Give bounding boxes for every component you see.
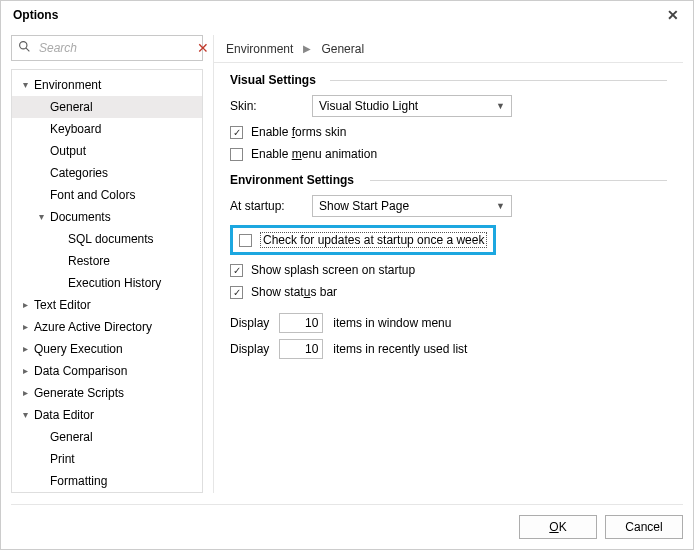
tree-node-de-general[interactable]: ▸General: [12, 426, 202, 448]
skin-dropdown-value: Visual Studio Light: [319, 99, 418, 113]
tree-node-de-print[interactable]: ▸Print: [12, 448, 202, 470]
enable-menu-animation-label: Enable menu animation: [251, 147, 377, 161]
skin-label: Skin:: [230, 99, 302, 113]
close-icon[interactable]: ✕: [663, 7, 683, 23]
chevron-down-icon: ▼: [496, 101, 505, 111]
group-visual-settings: Visual Settings Skin: Visual Studio Ligh…: [230, 73, 667, 161]
enable-forms-skin-checkbox[interactable]: [230, 126, 243, 139]
show-statusbar-checkbox[interactable]: [230, 286, 243, 299]
cancel-button[interactable]: Cancel: [605, 515, 683, 539]
group-environment-settings: Environment Settings At startup: Show St…: [230, 173, 667, 359]
at-startup-value: Show Start Page: [319, 199, 409, 213]
breadcrumb-level1[interactable]: Environment: [226, 42, 293, 56]
display-label-1: Display: [230, 316, 269, 330]
search-box[interactable]: ✕: [11, 35, 203, 61]
enable-menu-animation-checkbox[interactable]: [230, 148, 243, 161]
breadcrumb-level2[interactable]: General: [321, 42, 364, 56]
check-updates-label: Check for updates at startup once a week: [260, 232, 487, 248]
tree-node-aad[interactable]: ▸Azure Active Directory: [12, 316, 202, 338]
tree-node-data-comparison[interactable]: ▸Data Comparison: [12, 360, 202, 382]
check-updates-highlight: Check for updates at startup once a week: [230, 225, 496, 255]
tree-node-text-editor[interactable]: ▸Text Editor: [12, 294, 202, 316]
window-menu-suffix: items in window menu: [333, 316, 451, 330]
tree-node-environment[interactable]: ▾Environment ▸General ▸Keyboard ▸Output …: [12, 74, 202, 294]
show-splash-checkbox[interactable]: [230, 264, 243, 277]
svg-point-0: [20, 42, 27, 49]
at-startup-label: At startup:: [230, 199, 302, 213]
at-startup-dropdown[interactable]: Show Start Page ▼: [312, 195, 512, 217]
tree-node-execution-history[interactable]: ▸Execution History: [12, 272, 202, 294]
tree-node-env-categories[interactable]: ▸Categories: [12, 162, 202, 184]
search-input[interactable]: [37, 40, 191, 56]
enable-forms-skin-label: Enable forms skin: [251, 125, 346, 139]
show-statusbar-label: Show status bar: [251, 285, 337, 299]
tree-node-restore[interactable]: ▸Restore: [12, 250, 202, 272]
chevron-down-icon: ▼: [496, 201, 505, 211]
window-menu-items-input[interactable]: [279, 313, 323, 333]
search-icon: [18, 40, 31, 56]
breadcrumb: Environment ▶ General: [214, 35, 683, 63]
skin-dropdown[interactable]: Visual Studio Light ▼: [312, 95, 512, 117]
tree-node-sql-documents[interactable]: ▸SQL documents: [12, 228, 202, 250]
tree-node-query-execution[interactable]: ▸Query Execution: [12, 338, 202, 360]
tree-node-data-editor[interactable]: ▾Data Editor ▸General ▸Print ▸Formatting: [12, 404, 202, 492]
show-splash-label: Show splash screen on startup: [251, 263, 415, 277]
ok-button[interactable]: OK: [519, 515, 597, 539]
tree-node-generate-scripts[interactable]: ▸Generate Scripts: [12, 382, 202, 404]
svg-line-1: [26, 48, 29, 51]
window-title: Options: [13, 8, 58, 22]
recent-suffix: items in recently used list: [333, 342, 467, 356]
recent-items-input[interactable]: [279, 339, 323, 359]
tree-node-env-documents[interactable]: ▾Documents ▸SQL documents ▸Restore ▸Exec…: [12, 206, 202, 294]
display-label-2: Display: [230, 342, 269, 356]
group-title-visual: Visual Settings: [230, 73, 322, 87]
check-updates-checkbox[interactable]: [239, 234, 252, 247]
tree-node-env-output[interactable]: ▸Output: [12, 140, 202, 162]
tree-node-env-keyboard[interactable]: ▸Keyboard: [12, 118, 202, 140]
tree-node-env-general[interactable]: ▸General: [12, 96, 202, 118]
dialog-buttons: OK Cancel: [11, 504, 683, 539]
options-tree: ▾Environment ▸General ▸Keyboard ▸Output …: [11, 69, 203, 493]
titlebar: Options ✕: [1, 1, 693, 27]
chevron-right-icon: ▶: [303, 43, 311, 54]
clear-search-icon[interactable]: ✕: [197, 40, 209, 56]
group-title-env: Environment Settings: [230, 173, 360, 187]
tree-node-de-formatting[interactable]: ▸Formatting: [12, 470, 202, 492]
tree-node-env-font-colors[interactable]: ▸Font and Colors: [12, 184, 202, 206]
